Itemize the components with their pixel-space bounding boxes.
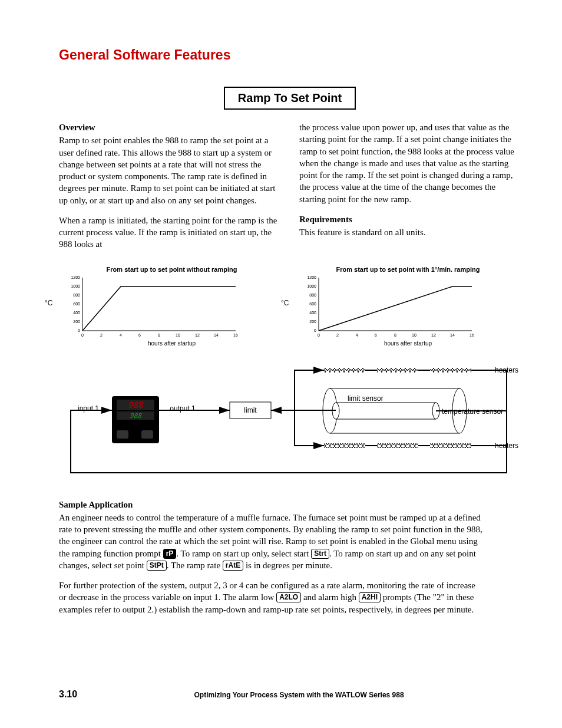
- label-limit: limit: [244, 406, 257, 414]
- controller-display-bottom: 988: [130, 412, 142, 420]
- svg-text:6: 6: [138, 333, 141, 337]
- label-limit-sensor: limit sensor: [348, 394, 384, 403]
- svg-text:8: 8: [158, 333, 160, 337]
- svg-text:0: 0: [314, 328, 316, 332]
- chart-without-ramping: From start up to set point without rampi…: [59, 266, 285, 347]
- svg-text:16: 16: [233, 333, 238, 337]
- label-input1: input 1: [78, 404, 99, 413]
- chart2-yunit: °C: [281, 299, 289, 307]
- svg-text:0: 0: [318, 333, 320, 337]
- controller-display-top: 988: [128, 400, 144, 410]
- svg-text:14: 14: [450, 333, 455, 337]
- svg-text:16: 16: [470, 333, 474, 337]
- svg-rect-51: [377, 368, 418, 373]
- svg-rect-54: [377, 443, 418, 448]
- overview-heading: Overview: [59, 121, 280, 133]
- prompt-rp-icon: rP: [163, 549, 177, 559]
- overview-p3: the process value upon power up, and use…: [299, 121, 521, 205]
- prompt-a2hi-icon: A2HI: [359, 592, 381, 602]
- system-diagram: 988 988 input 1 output 1 limit he: [59, 355, 521, 485]
- svg-text:12: 12: [195, 333, 200, 337]
- sample-application: Sample Application An engineer needs to …: [59, 499, 483, 615]
- chart2-title: From start up to set point with 1°/min. …: [295, 266, 521, 273]
- chart-with-ramping: From start up to set point with 1°/min. …: [295, 266, 521, 347]
- svg-text:0: 0: [81, 333, 84, 337]
- chart1-yunit: °C: [45, 299, 52, 307]
- svg-text:12: 12: [431, 333, 436, 337]
- sample-heading: Sample Application: [59, 499, 483, 510]
- svg-text:6: 6: [375, 333, 377, 337]
- feature-title-box: Ramp To Set Point: [224, 87, 356, 110]
- sample-p1: An engineer needs to control the tempera…: [59, 512, 483, 571]
- svg-text:10: 10: [412, 333, 416, 337]
- chart1-xlabel: hours after startup: [59, 340, 285, 347]
- svg-rect-55: [430, 443, 471, 448]
- sample-p2: For further protection of the system, ou…: [59, 579, 483, 615]
- requirements-p1: This feature is standard on all units.: [299, 226, 521, 238]
- prompt-strt-icon: Strt: [311, 549, 329, 559]
- chart1-svg: 0 200 400 600 800 1000 1200 0 2 4: [62, 274, 245, 339]
- overview-p2: When a ramp is initiated, the starting p…: [59, 215, 280, 251]
- page-number: 3.10: [59, 689, 77, 700]
- overview-p1: Ramp to set point enables the 988 to ram…: [59, 134, 280, 206]
- svg-text:400: 400: [73, 311, 80, 315]
- page-footer: 3.10 Optimizing Your Process System with…: [59, 689, 521, 700]
- chart1-title: From start up to set point without rampi…: [59, 266, 285, 273]
- svg-text:0: 0: [78, 328, 80, 332]
- svg-text:200: 200: [73, 319, 80, 324]
- svg-rect-52: [430, 368, 471, 373]
- svg-text:1000: 1000: [307, 284, 316, 288]
- section-heading: General Software Features: [59, 47, 521, 63]
- svg-text:4: 4: [356, 333, 358, 337]
- svg-text:800: 800: [309, 293, 316, 297]
- svg-text:1200: 1200: [307, 275, 316, 279]
- svg-text:10: 10: [176, 333, 180, 337]
- svg-text:800: 800: [73, 293, 80, 297]
- svg-text:4: 4: [120, 333, 122, 337]
- charts-row: From start up to set point without rampi…: [59, 266, 521, 347]
- requirements-heading: Requirements: [299, 213, 521, 225]
- svg-text:8: 8: [394, 333, 396, 337]
- prompt-rate-icon: rAtE: [223, 561, 243, 571]
- svg-text:1200: 1200: [71, 275, 80, 279]
- svg-rect-50: [324, 368, 365, 373]
- svg-text:2: 2: [336, 333, 339, 337]
- chart2-xlabel: hours after startup: [295, 340, 521, 347]
- svg-text:14: 14: [214, 333, 219, 337]
- svg-text:600: 600: [309, 302, 316, 306]
- svg-rect-53: [324, 443, 365, 448]
- svg-text:1000: 1000: [71, 284, 80, 288]
- prompt-a2lo-icon: A2LO: [276, 592, 301, 602]
- footer-text: Optimizing Your Process System with the …: [77, 691, 521, 699]
- chart2-svg: 0 200 400 600 800 1000 1200 0 2 4: [299, 274, 481, 339]
- svg-text:200: 200: [309, 319, 316, 324]
- two-column-body: Overview Ramp to set point enables the 9…: [59, 121, 521, 259]
- svg-rect-39: [117, 430, 128, 439]
- svg-text:2: 2: [100, 333, 103, 337]
- prompt-stpt-icon: StPt: [147, 561, 167, 571]
- label-output1: output 1: [170, 404, 196, 413]
- svg-text:400: 400: [309, 311, 316, 315]
- svg-rect-40: [141, 430, 153, 439]
- svg-text:600: 600: [73, 302, 80, 306]
